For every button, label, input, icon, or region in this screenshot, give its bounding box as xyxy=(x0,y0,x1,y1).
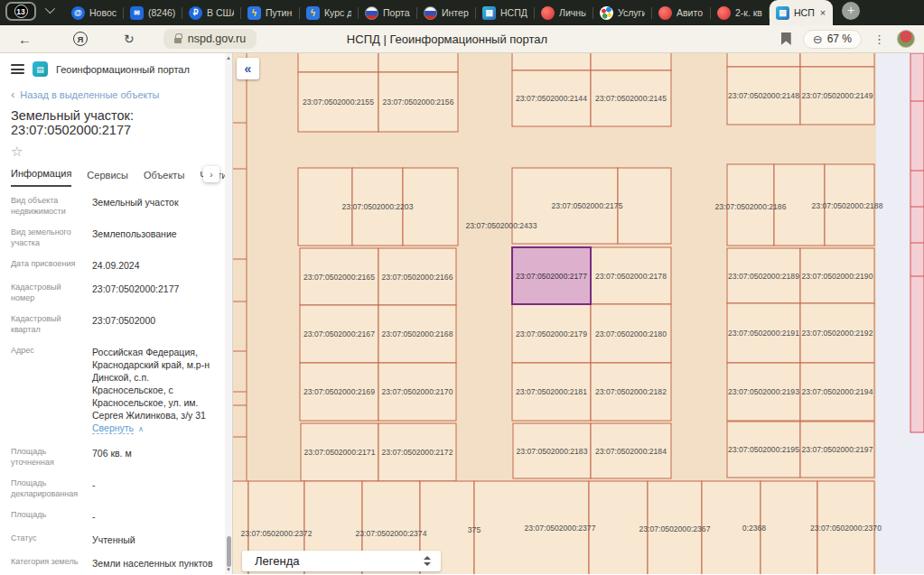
field-value: 24.09.2024 xyxy=(92,259,218,272)
legend-expand-icon[interactable] xyxy=(424,556,431,566)
parcel-label: 23:07:0502000:2183 xyxy=(517,447,588,456)
field-value: Российская Федерация, Краснодарский край… xyxy=(92,346,218,436)
parcel-label: 23:07:0502000:2370 xyxy=(810,524,882,533)
tab-label: Путин п xyxy=(266,7,293,18)
parcel-label: 23:07:0502000:2155 xyxy=(303,97,374,107)
new-tab-button[interactable]: + xyxy=(842,2,860,20)
active-tab-label: НСП xyxy=(794,7,815,18)
tab-counter-button[interactable]: 13 xyxy=(5,2,36,21)
parcel-label: 23:07:0502000:2189 xyxy=(728,272,799,281)
parcel-label: 23:07:0502000:2193 xyxy=(728,387,799,396)
field-value: Учтенный xyxy=(92,533,218,546)
field-label: Кадастровый квартал xyxy=(11,314,83,335)
parcel-label: 23:07:0502000:2178 xyxy=(595,272,667,281)
close-tab-icon[interactable]: × xyxy=(820,7,826,18)
parcel-label: 23:07:0502000:2377 xyxy=(525,524,596,533)
browser-tab-10[interactable]: Услуги xyxy=(593,0,651,25)
tab-list-chevron-down-icon[interactable] xyxy=(45,4,55,14)
browser-tab-6[interactable]: Портал xyxy=(359,0,416,25)
field-row: Площадь- xyxy=(0,505,232,528)
parcel-label: 23:07:0502000:2367 xyxy=(639,524,711,533)
refresh-button[interactable]: ↻ xyxy=(124,32,135,46)
browser-tab-7[interactable]: Интере xyxy=(417,0,475,25)
tab-label: Услуги xyxy=(618,7,645,18)
parcel[interactable] xyxy=(800,53,874,67)
field-value: - xyxy=(92,510,218,523)
parcel[interactable] xyxy=(591,53,671,70)
favorite-star-icon[interactable]: ☆ xyxy=(0,139,232,160)
browser-tab-12[interactable]: 2-к. кв xyxy=(711,0,769,25)
browser-tab-11[interactable]: Авито - xyxy=(652,0,710,25)
nspd-favicon: ▤ xyxy=(776,6,789,20)
browser-tab-active-nspd[interactable]: ▤ НСП × xyxy=(770,0,833,25)
bookmark-icon[interactable] xyxy=(781,32,791,45)
back-button[interactable]: ← xyxy=(18,32,32,47)
browser-tab-8[interactable]: ▤НСПД | xyxy=(476,0,534,25)
parcel[interactable] xyxy=(727,53,800,67)
map-area[interactable]: 23:07:0502000:215523:07:0502000:215623:0… xyxy=(233,53,924,574)
tab-сервисы[interactable]: Сервисы xyxy=(87,170,128,187)
parcel-label: 23:07:0502000:2148 xyxy=(728,91,799,100)
collapse-address-link[interactable]: Свернуть xyxy=(92,422,134,434)
browser-tab-5[interactable]: ϟКурс до xyxy=(300,0,358,25)
parcel-title: Земельный участок: 23:07:0502000:2177 xyxy=(0,102,232,139)
zoom-level: 67 % xyxy=(827,32,852,45)
browser-menu-icon[interactable]: ⋮ xyxy=(873,32,885,46)
tab-label: НСПД | xyxy=(500,7,527,18)
zen-favicon: ϟ xyxy=(247,6,261,20)
browser-tab-1[interactable]: @Новост xyxy=(65,0,123,25)
parcel-label: 23:07:0502000:2192 xyxy=(802,329,873,338)
field-label: Площадь xyxy=(11,510,83,523)
parcel[interactable] xyxy=(298,53,378,72)
nspd-favicon: ▤ xyxy=(482,6,496,20)
selected-parcel-label: 23:07:0502000:2177 xyxy=(516,272,587,281)
sidebar-scrollbar[interactable]: ▲ ▼ xyxy=(225,53,232,574)
browser-tab-3[interactable]: ₽В США xyxy=(182,0,240,25)
scroll-down-icon[interactable]: ▼ xyxy=(226,567,231,572)
tab-label: (8246) В xyxy=(148,7,175,18)
browser-tab-2[interactable]: ✉(8246) В xyxy=(124,0,182,25)
field-row: Кадастровый квартал23:07:0502000 xyxy=(0,309,232,340)
zoom-control[interactable]: ⊖ 67 % xyxy=(803,30,862,49)
tab-label: Личный xyxy=(559,7,586,18)
field-row: Вид объекта недвижимостиЗемельный участо… xyxy=(0,190,232,222)
parcel-label: 23:07:0502000:2167 xyxy=(303,329,375,339)
browser-tab-4[interactable]: ϟПутин п xyxy=(241,0,299,25)
field-row: АдресРоссийская Федерация, Краснодарский… xyxy=(0,340,232,441)
zoom-out-icon[interactable]: ⊖ xyxy=(813,32,823,46)
browser-tab-9[interactable]: Личный xyxy=(535,0,593,25)
back-to-selected-objects-link[interactable]: ‹ Назад в выделенные объекты xyxy=(0,82,232,102)
parcel-label: 375 xyxy=(468,525,481,534)
tab-label: Портал xyxy=(383,7,410,18)
tabs-more-button[interactable]: › xyxy=(203,166,219,182)
cadastral-map[interactable]: 23:07:0502000:215523:07:0502000:215623:0… xyxy=(233,53,924,574)
field-value: Землепользование xyxy=(92,227,218,248)
parcel[interactable] xyxy=(378,53,458,72)
scrollbar-thumb[interactable] xyxy=(227,536,231,567)
field-row: Кадастровый номер23:07:0502000:2177 xyxy=(0,277,232,309)
address-bar[interactable]: nspd.gov.ru xyxy=(163,29,257,49)
tab-strip: @Новост✉(8246) В₽В СШАϟПутин пϟКурс доПо… xyxy=(65,0,770,25)
parcel[interactable] xyxy=(761,481,817,574)
parcel-label: 23:07:0502000:2149 xyxy=(802,91,873,100)
nspd-logo-icon: ▤ xyxy=(33,61,48,77)
parcel[interactable] xyxy=(618,168,671,244)
red-favicon xyxy=(541,6,555,20)
zen-favicon: ϟ xyxy=(306,6,320,20)
field-label: Статус xyxy=(11,533,83,546)
yandex-icon[interactable]: Я xyxy=(73,32,88,46)
tab-информация[interactable]: Информация xyxy=(11,168,71,187)
parcel-label: 23:07:0502000:2195 xyxy=(728,445,799,454)
scroll-up-icon[interactable]: ▲ xyxy=(226,55,231,60)
parcel[interactable] xyxy=(512,53,591,70)
legend-panel[interactable]: Легенда xyxy=(242,551,441,571)
parcel-label: 23:07:0502000:2166 xyxy=(382,273,453,282)
parcel-label: 23:07:0502000:2191 xyxy=(728,329,799,338)
parcel-label: 23:07:0502000:2165 xyxy=(303,273,375,282)
profile-avatar[interactable] xyxy=(897,30,915,48)
menu-hamburger-icon[interactable] xyxy=(11,64,24,74)
parcel-label: 23:07:0502000:2179 xyxy=(516,329,587,339)
parcel-label: 23:07:0502000:2190 xyxy=(802,272,873,281)
tab-объекты[interactable]: Объекты xyxy=(144,170,184,187)
collapse-panel-button[interactable]: « xyxy=(237,58,259,79)
